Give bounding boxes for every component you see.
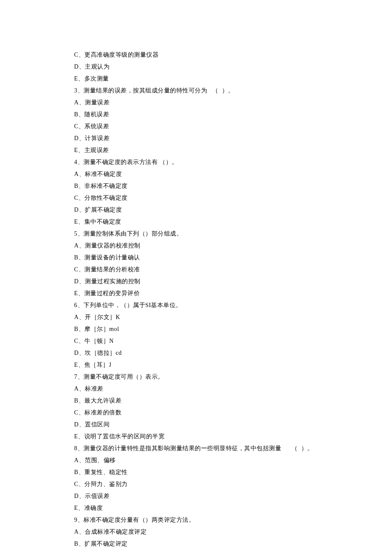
text-line: E、集中不确定度	[74, 216, 392, 228]
text-line: B、重复性、稳定性	[74, 466, 392, 478]
text-line: A、开［尔文］K	[74, 311, 392, 323]
text-line: 6、下列单位中，（）属于SI基本单位。	[74, 299, 392, 311]
text-line: B、最大允许误差	[74, 395, 392, 407]
text-line: E、准确度	[74, 502, 392, 514]
text-line: E、说明了置信水平的区间的半宽	[74, 431, 392, 443]
text-line: D、计算误差	[74, 132, 392, 144]
document-page: C、更高准确度等级的测量仪器 D、主观认为 E、多次测量 3、测量结果的误差，按…	[0, 0, 392, 550]
text-line: D、坎［德拉］cd	[74, 347, 392, 359]
text-line: 5、测量控制体系由下列（）部分组成。	[74, 228, 392, 240]
text-line: A、测量误差	[74, 97, 392, 109]
text-line: 3、测量结果的误差，按其组成分量的特性可分为 （ ）。	[74, 85, 392, 97]
text-line: A、测量仪器的校准控制	[74, 240, 392, 252]
text-line: 4、测量不确定度的表示方法有 （）。	[74, 156, 392, 168]
text-line: E、多次测量	[74, 73, 392, 85]
text-line: B、非标准不确定度	[74, 180, 392, 192]
text-line: A、标准差	[74, 383, 392, 395]
text-line: D、主观认为	[74, 61, 392, 73]
text-line: B、摩［尔］mol	[74, 323, 392, 335]
text-line: A、范围、偏移	[74, 454, 392, 466]
text-line: E、测量过程的变异评价	[74, 288, 392, 299]
text-line: E、主观误差	[74, 144, 392, 156]
text-line: C、分辩力、鉴别力	[74, 478, 392, 490]
text-line: C、测量结果的分析校准	[74, 264, 392, 276]
text-line: 8、测量仪器的计量特性是指其影响测量结果的一些明显特征，其中包括测量 （ ）。	[74, 443, 392, 454]
text-line: B、扩展不确定评定	[74, 538, 392, 550]
text-line: A、合成标准不确定度评定	[74, 526, 392, 538]
text-line: C、更高准确度等级的测量仪器	[74, 49, 392, 61]
text-line: D、测量过程实施的控制	[74, 276, 392, 288]
text-line: 7、测量不确定度可用（）表示。	[74, 371, 392, 383]
text-line: A、标准不确定度	[74, 168, 392, 180]
text-line: C、分散性不确定度	[74, 192, 392, 204]
text-line: C、系统误差	[74, 121, 392, 132]
text-line: E、焦［耳］J	[74, 359, 392, 371]
text-line: D、示值误差	[74, 490, 392, 502]
text-line: C、标准差的倍数	[74, 407, 392, 419]
text-line: C、牛［顿］N	[74, 335, 392, 347]
text-line: 9、标准不确定度分量有（）两类评定方法。	[74, 514, 392, 526]
text-line: D、扩展不确定度	[74, 204, 392, 216]
text-line: B、测量设备的计量确认	[74, 252, 392, 264]
text-line: D、置信区间	[74, 419, 392, 431]
text-line: B、随机误差	[74, 109, 392, 121]
